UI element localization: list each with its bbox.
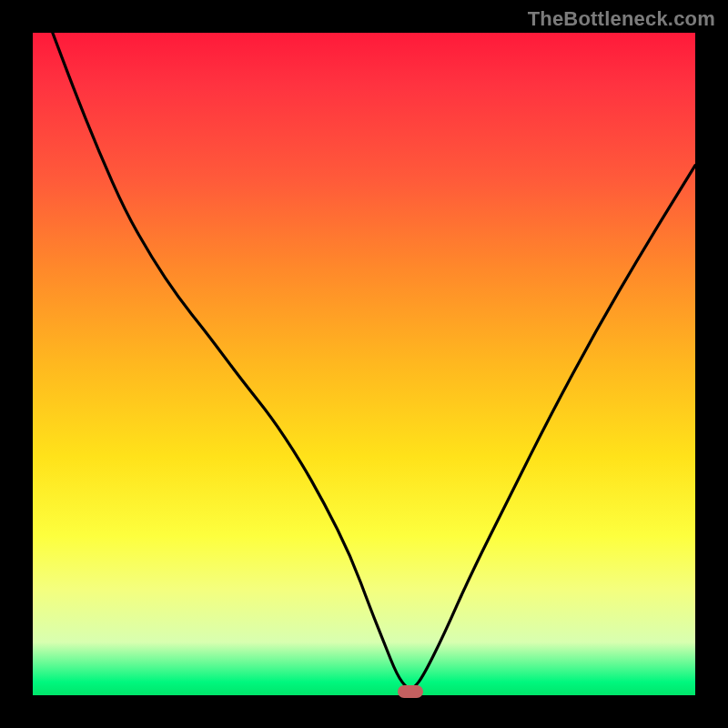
bottleneck-curve [33,33,695,695]
curve-path [53,33,695,689]
minimum-marker [398,685,423,698]
plot-area [33,33,695,695]
chart-frame: TheBottleneck.com [0,0,728,728]
watermark-text: TheBottleneck.com [528,7,715,31]
